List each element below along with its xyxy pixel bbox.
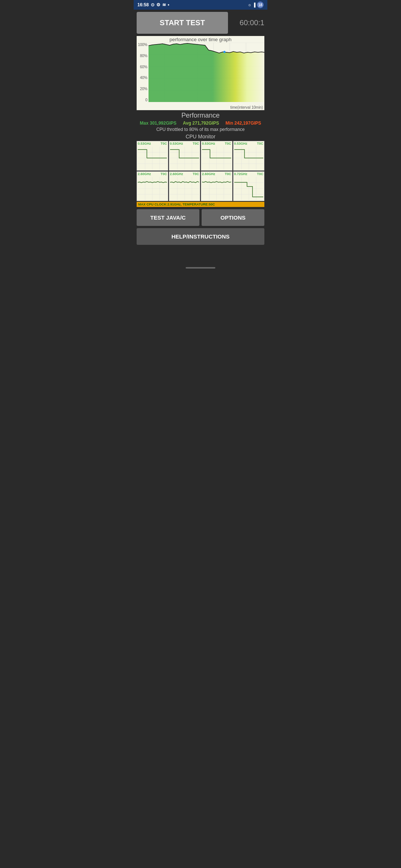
- graph-svg: [149, 43, 264, 102]
- cpu-temp-4: T0C: [160, 172, 167, 176]
- home-bar: [186, 267, 215, 269]
- timer-display: 60:00:1: [231, 19, 264, 27]
- cpu-freq-6: 2.60GHz: [202, 172, 215, 176]
- cpu-cell-0: 0.53GHz T0C: [137, 141, 168, 171]
- stat-max: Max 301,992GIPS: [140, 121, 177, 126]
- cpu-svg-5: [170, 177, 199, 200]
- svg-point-13: [224, 51, 226, 53]
- performance-section: Performance Max 301,992GIPS Avg 271,792G…: [137, 112, 264, 132]
- cpu-temp-2: T0C: [225, 142, 231, 145]
- cpu-cell-2: 0.53GHz T0C: [201, 141, 232, 171]
- y-label-40: 40%: [140, 76, 147, 80]
- cpu-cell-7: 0.72GHz T0C: [233, 171, 265, 201]
- home-indicator: [134, 264, 267, 272]
- y-axis: 100% 80% 60% 40% 20% 0: [137, 43, 149, 102]
- throttle-text: CPU throttled to 80% of its max performa…: [137, 127, 264, 132]
- signal-icon: ≋: [162, 2, 166, 7]
- status-bar: 16:58 ⊙ ⚙ ≋ • ⌾ ▐ 18: [134, 0, 267, 10]
- cpu-temp-5: T0C: [193, 172, 199, 176]
- location-icon: ⊙: [151, 2, 154, 7]
- help-instructions-button[interactable]: HELP/INSTRUCTIONS: [137, 228, 264, 245]
- bars-icon: ▐: [252, 3, 255, 7]
- cpu-temp-6: T0C: [225, 172, 231, 176]
- battery-number: 18: [258, 3, 262, 7]
- stat-avg: Avg 271,792GIPS: [183, 121, 219, 126]
- cpu-temp-0: T0C: [160, 142, 167, 145]
- cpu-svg-7: [234, 177, 264, 200]
- cpu-temp-3: T0C: [257, 142, 263, 145]
- x-axis-label: time(interval 10min): [230, 105, 263, 109]
- battery-badge: 18: [257, 1, 264, 8]
- dot-icon: •: [168, 2, 169, 7]
- cpu-freq-5: 2.60GHz: [170, 172, 183, 176]
- perf-stats: Max 301,992GIPS Avg 271,792GIPS Min 242,…: [137, 121, 264, 126]
- cpu-grid: 0.53GHz T0C 0.53GHz: [137, 141, 264, 201]
- cpu-freq-4: 2.60GHz: [138, 172, 151, 176]
- graph-svg-area: [149, 43, 264, 102]
- cpu-cell-5: 2.60GHz T0C: [169, 171, 200, 201]
- cpu-cell-4: 2.60GHz T0C: [137, 171, 168, 201]
- top-row: START TEST 60:00:1: [137, 12, 264, 34]
- time-display: 16:58: [137, 2, 149, 7]
- graph-title: performance over time graph: [137, 37, 264, 42]
- cpu-svg-6: [202, 177, 231, 200]
- performance-graph: performance over time graph 100% 80% 60%…: [137, 36, 264, 110]
- test-java-c-button[interactable]: TEST JAVA/C: [137, 209, 199, 226]
- y-label-60: 60%: [140, 65, 147, 69]
- stat-min: Min 242,197GIPS: [225, 121, 261, 126]
- cpu-freq-7: 0.72GHz: [234, 172, 248, 176]
- cpu-svg-1: [170, 147, 199, 170]
- cpu-cell-1: 0.53GHz T0C: [169, 141, 200, 171]
- y-label-20: 20%: [140, 87, 147, 91]
- cpu-monitor-title: CPU Monitor: [137, 134, 264, 139]
- cpu-freq-2: 0.53GHz: [202, 142, 215, 145]
- y-label-80: 80%: [140, 54, 147, 58]
- cpu-temp-1: T0C: [193, 142, 199, 145]
- y-label-100: 100%: [138, 43, 147, 47]
- cpu-temp-7: T0C: [257, 172, 263, 176]
- main-content: START TEST 60:00:1 performance over time…: [134, 10, 267, 249]
- bottom-btn-row: TEST JAVA/C OPTIONS: [137, 209, 264, 226]
- cpu-freq-3: 0.53GHz: [234, 142, 248, 145]
- cpu-freq-0: 0.53GHz: [138, 142, 151, 145]
- cpu-cell-3: 0.53GHz T0C: [233, 141, 265, 171]
- cpu-freq-1: 0.53GHz: [170, 142, 183, 145]
- cpu-svg-0: [138, 147, 167, 170]
- options-button[interactable]: OPTIONS: [202, 209, 264, 226]
- status-right: ⌾ ▐ 18: [248, 1, 264, 8]
- wifi-icon: ⌾: [248, 3, 251, 7]
- status-left: 16:58 ⊙ ⚙ ≋ •: [137, 2, 169, 7]
- performance-title: Performance: [137, 112, 264, 119]
- start-test-button[interactable]: START TEST: [137, 12, 228, 34]
- cpu-svg-3: [234, 147, 264, 170]
- cpu-cell-6: 2.60GHz T0C: [201, 171, 232, 201]
- cpu-svg-2: [202, 147, 231, 170]
- cpu-svg-4: [138, 177, 167, 200]
- settings-icon: ⚙: [156, 2, 160, 7]
- cpu-status-bar: MAX CPU CLOCK:2.91GHz, TEMPERATURE:50C: [137, 202, 264, 207]
- y-label-0: 0: [145, 98, 147, 102]
